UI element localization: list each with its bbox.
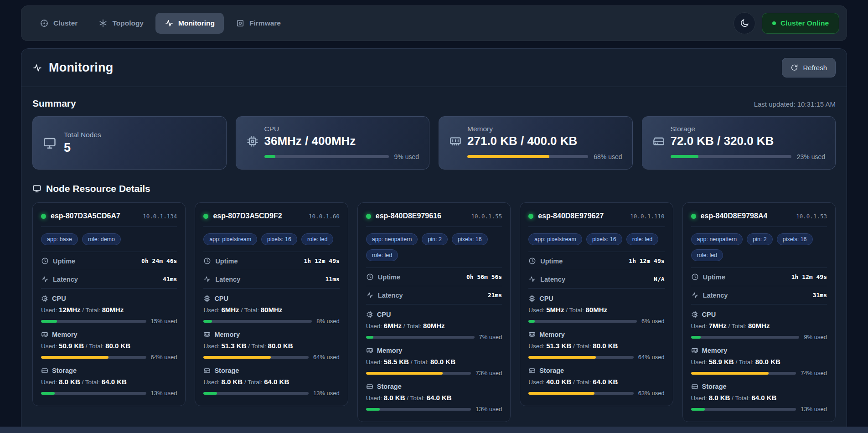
storage-icon bbox=[203, 367, 211, 374]
node-tag: app: pixelstream bbox=[528, 233, 582, 245]
used-label: Used: bbox=[41, 307, 57, 314]
uptime-label: Uptime bbox=[378, 273, 400, 281]
progress-fill bbox=[264, 155, 276, 158]
usage-separator: / bbox=[403, 323, 405, 330]
node-card: esp-840D8E9798A4 10.0.1.53 app: neopatte… bbox=[682, 202, 836, 422]
top-nav: Cluster Topology Monitoring Firmware Clu… bbox=[21, 5, 847, 41]
metric-usage: Used: 7MHz / Total: 80MHz bbox=[691, 322, 827, 330]
node-cpu-metric: CPU Used: 5MHz / Total: 80MHz 6% used bbox=[528, 295, 664, 325]
node-tag: app: base bbox=[41, 233, 78, 245]
storage-icon bbox=[41, 367, 48, 374]
node-ip: 10.0.1.60 bbox=[309, 213, 340, 220]
progress-fill bbox=[203, 320, 212, 323]
total-label: Total: bbox=[410, 395, 425, 402]
metric-usage: Used: 8.0 KB / Total: 64.0 KB bbox=[691, 394, 827, 402]
cpu-icon bbox=[691, 311, 698, 318]
used-value: 50.9 KB bbox=[59, 342, 84, 350]
total-label: Total: bbox=[244, 307, 259, 314]
summary-metric-card: Storage 72.0 KB / 320.0 KB 23% used bbox=[642, 116, 836, 170]
metric-label: Storage bbox=[671, 125, 826, 133]
uptime-value: 0h 56m 56s bbox=[466, 273, 502, 280]
total-value: 64.0 KB bbox=[751, 394, 776, 402]
theme-toggle-button[interactable] bbox=[734, 12, 755, 34]
total-label: Total: bbox=[576, 379, 591, 386]
node-card: esp-840D8E979616 10.0.1.55 app: neopatte… bbox=[357, 202, 511, 422]
tab-monitoring[interactable]: Monitoring bbox=[155, 13, 224, 34]
used-value: 58.5 KB bbox=[384, 358, 409, 366]
refresh-button[interactable]: Refresh bbox=[782, 58, 836, 77]
uptime-label: Uptime bbox=[703, 273, 725, 281]
monitor-icon bbox=[43, 136, 57, 150]
uptime-value: 0h 24m 46s bbox=[141, 258, 177, 264]
progress-fill bbox=[366, 372, 443, 375]
clock-icon bbox=[528, 257, 536, 265]
storage-icon bbox=[652, 135, 665, 148]
node-tags: app: neopatternpin: 2pixels: 16role: led bbox=[366, 227, 502, 268]
clock-icon bbox=[203, 257, 211, 265]
used-value: 6MHz bbox=[384, 322, 402, 330]
tab-label: Monitoring bbox=[178, 19, 215, 27]
usage-separator: / bbox=[241, 307, 243, 314]
used-label: Used: bbox=[203, 379, 219, 386]
last-updated-text: Last updated: 10:31:15 AM bbox=[754, 100, 836, 108]
nav-tabs: Cluster Topology Monitoring Firmware bbox=[31, 13, 290, 34]
summary-heading-row: Summary Last updated: 10:31:15 AM bbox=[32, 98, 836, 109]
metric-usage: Used: 58.9 KB / Total: 80.0 KB bbox=[691, 358, 827, 366]
progress-bar bbox=[528, 320, 637, 323]
used-value: 58.9 KB bbox=[709, 358, 734, 366]
progress-fill bbox=[467, 155, 549, 158]
progress-bar bbox=[203, 356, 309, 359]
monitor-icon bbox=[32, 184, 41, 193]
node-status-dot bbox=[528, 214, 533, 219]
node-cpu-metric: CPU Used: 12MHz / Total: 80MHz 15% used bbox=[41, 295, 177, 325]
total-nodes-value: 5 bbox=[64, 141, 101, 155]
node-tag: pixels: 16 bbox=[261, 233, 297, 245]
node-tag: role: led bbox=[626, 233, 658, 245]
activity-icon bbox=[691, 291, 699, 299]
used-label: Used: bbox=[691, 359, 707, 366]
activity-icon bbox=[41, 275, 49, 283]
progress-fill bbox=[366, 408, 380, 411]
clock-icon bbox=[41, 257, 49, 265]
metric-usage: Used: 12MHz / Total: 80MHz bbox=[41, 306, 177, 314]
bottom-bar bbox=[0, 427, 868, 433]
topology-icon bbox=[98, 19, 108, 28]
metric-value: 72.0 KB / 320.0 KB bbox=[671, 134, 774, 148]
refresh-label: Refresh bbox=[803, 64, 827, 72]
progress-bar bbox=[366, 336, 475, 339]
percent-used: 64% used bbox=[151, 354, 177, 361]
used-value: 40.0 KB bbox=[546, 378, 571, 386]
total-label: Total: bbox=[252, 343, 266, 350]
usage-separator: / bbox=[82, 379, 84, 386]
node-uptime-row: Uptime 1h 12m 49s bbox=[528, 252, 664, 270]
progress-bar bbox=[691, 408, 796, 411]
progress-bar bbox=[41, 356, 146, 359]
metric-label: CPU bbox=[539, 295, 553, 302]
total-value: 64.0 KB bbox=[427, 394, 452, 402]
memory-icon bbox=[528, 331, 536, 338]
tab-firmware[interactable]: Firmware bbox=[227, 13, 290, 34]
used-label: Used: bbox=[366, 359, 382, 366]
cluster-icon bbox=[40, 19, 49, 28]
percent-used: 9% used bbox=[804, 334, 827, 340]
uptime-label: Uptime bbox=[53, 258, 75, 265]
used-value: 12MHz bbox=[59, 306, 81, 314]
tab-cluster[interactable]: Cluster bbox=[31, 13, 87, 34]
memory-icon bbox=[366, 347, 373, 354]
metric-usage: Used: 50.9 KB / Total: 80.0 KB bbox=[41, 342, 177, 350]
activity-icon bbox=[528, 275, 536, 283]
metric-label: Memory bbox=[377, 347, 403, 354]
progress-bar bbox=[264, 155, 389, 158]
progress-bar bbox=[203, 392, 309, 395]
used-label: Used: bbox=[528, 343, 544, 350]
metric-label: Memory bbox=[52, 331, 78, 338]
metric-usage: Used: 51.3 KB / Total: 80.0 KB bbox=[528, 342, 664, 350]
percent-used: 8% used bbox=[316, 318, 340, 325]
latency-value: N/A bbox=[654, 276, 664, 283]
progress-fill bbox=[671, 155, 698, 158]
node-tag: pin: 2 bbox=[422, 233, 448, 245]
cluster-online-button[interactable]: Cluster Online bbox=[762, 13, 839, 34]
used-label: Used: bbox=[366, 323, 382, 330]
tab-topology[interactable]: Topology bbox=[89, 13, 153, 34]
percent-used: 23% used bbox=[797, 153, 825, 160]
